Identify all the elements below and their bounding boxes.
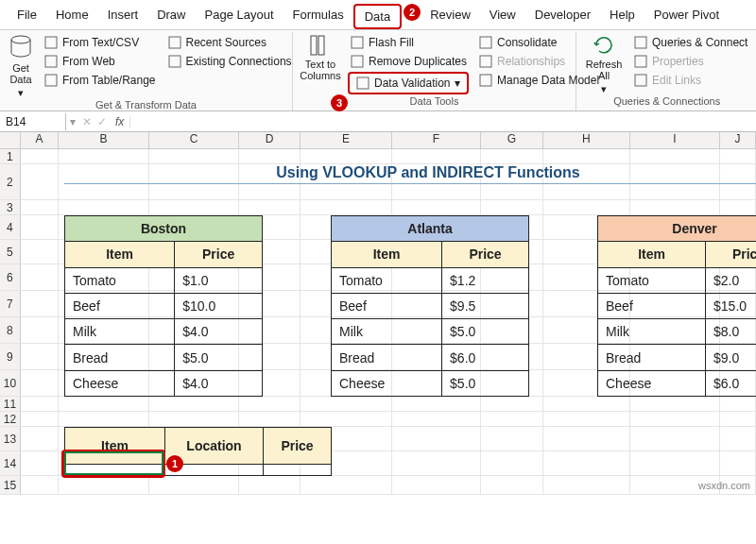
- row-header-10[interactable]: 10: [0, 370, 21, 397]
- consolidate-button-label: Consolidate: [497, 36, 557, 49]
- tab-power-pivot[interactable]: Power Pivot: [644, 4, 729, 29]
- tab-file[interactable]: File: [8, 4, 46, 29]
- select-all-corner[interactable]: [0, 132, 21, 148]
- column-header-H[interactable]: H: [543, 132, 631, 148]
- column-header-I[interactable]: I: [630, 132, 720, 148]
- recent-sources-button-icon: [167, 35, 182, 50]
- existing-connections-button[interactable]: Existing Connections: [165, 53, 294, 70]
- database-icon: [8, 34, 34, 60]
- tab-view[interactable]: View: [480, 4, 525, 29]
- edit-links-button[interactable]: Edit Links: [631, 72, 749, 89]
- svg-rect-2: [45, 56, 57, 67]
- svg-rect-8: [352, 37, 363, 48]
- spreadsheet-grid[interactable]: ABCDEFGHIJ 123456789101112131415 Using V…: [0, 132, 756, 495]
- data-validation-button[interactable]: Data Validation ▾: [348, 72, 469, 94]
- column-header-J[interactable]: J: [720, 132, 756, 148]
- svg-point-0: [11, 36, 30, 43]
- row-header-9[interactable]: 9: [0, 344, 21, 370]
- svg-rect-5: [169, 56, 180, 67]
- watermark: wsxdn.com: [698, 480, 750, 491]
- column-header-G[interactable]: G: [481, 132, 542, 148]
- svg-rect-11: [480, 37, 491, 48]
- get-data-button[interactable]: Get Data ▾: [8, 34, 34, 98]
- column-header-F[interactable]: F: [392, 132, 482, 148]
- from-web-button-icon: [43, 54, 59, 69]
- group-get-transform: Get Data ▾ From Text/CSVFrom WebFrom Tab…: [0, 32, 293, 110]
- relationships-button[interactable]: Relationships: [476, 53, 601, 70]
- row-header-1[interactable]: 1: [0, 149, 21, 164]
- flash-fill-button[interactable]: Flash Fill: [348, 34, 469, 51]
- from-table-range-button-label: From Table/Range: [62, 74, 156, 87]
- from-web-button[interactable]: From Web: [42, 53, 158, 70]
- tab-help[interactable]: Help: [600, 4, 644, 29]
- group-label-get-transform: Get & Transform Data: [8, 98, 284, 113]
- existing-connections-button-label: Existing Connections: [186, 55, 292, 68]
- tab-draw[interactable]: Draw: [147, 4, 195, 29]
- group-data-tools: Text to Columns Flash FillRemove Duplica…: [293, 32, 576, 110]
- enter-icon: ✓: [94, 115, 110, 128]
- row-header-2[interactable]: 2: [0, 164, 21, 200]
- row-header-5[interactable]: 5: [0, 240, 21, 264]
- properties-button[interactable]: Properties: [631, 53, 749, 70]
- tab-home[interactable]: Home: [46, 4, 98, 29]
- row-header-13[interactable]: 13: [0, 427, 21, 451]
- svg-rect-7: [318, 36, 324, 55]
- manage-data-model-button[interactable]: Manage Data Model: [476, 72, 601, 89]
- column-header-D[interactable]: D: [239, 132, 301, 148]
- row-header-15[interactable]: 15: [0, 476, 21, 495]
- text-to-columns-label: Text to Columns: [300, 59, 340, 81]
- svg-rect-4: [169, 37, 180, 48]
- row-header-14[interactable]: 14: [0, 451, 21, 476]
- recent-sources-button[interactable]: Recent Sources: [165, 34, 294, 51]
- from-table-range-button[interactable]: From Table/Range: [42, 72, 158, 89]
- columns-icon: [309, 34, 332, 57]
- text-to-columns-button[interactable]: Text to Columns: [301, 34, 340, 81]
- tab-formulas[interactable]: Formulas: [284, 4, 353, 29]
- ribbon: Get Data ▾ From Text/CSVFrom WebFrom Tab…: [0, 30, 756, 111]
- queries-connections-button[interactable]: Queries & Connect: [631, 34, 749, 51]
- tab-data[interactable]: Data: [353, 4, 402, 29]
- name-box-dropdown-icon[interactable]: ▾: [66, 115, 79, 128]
- flash-fill-button-label: Flash Fill: [369, 36, 414, 49]
- consolidate-button[interactable]: Consolidate: [476, 34, 601, 51]
- column-header-B[interactable]: B: [59, 132, 149, 148]
- svg-rect-12: [480, 56, 491, 67]
- existing-connections-button-icon: [167, 54, 182, 69]
- row-header-6[interactable]: 6: [0, 264, 21, 291]
- data-validation-button-label: Data Validation: [374, 76, 451, 90]
- callout-3: 3: [331, 94, 348, 111]
- row-header-8[interactable]: 8: [0, 317, 21, 344]
- edit-links-button-label: Edit Links: [652, 74, 701, 87]
- svg-rect-14: [635, 37, 646, 48]
- row-header-11[interactable]: 11: [0, 397, 21, 412]
- queries-connections-button-label: Queries & Connect: [652, 36, 747, 49]
- tab-review[interactable]: Review: [421, 4, 480, 29]
- row-header-3[interactable]: 3: [0, 200, 21, 215]
- manage-data-model-button-label: Manage Data Model: [497, 74, 599, 87]
- fx-icon[interactable]: fx: [110, 115, 130, 128]
- group-label-queries: Queries & Connections: [584, 94, 749, 110]
- from-text-csv-button[interactable]: From Text/CSV: [42, 34, 158, 51]
- remove-duplicates-button[interactable]: Remove Duplicates: [348, 53, 469, 70]
- tab-page-layout[interactable]: Page Layout: [196, 4, 284, 29]
- name-box[interactable]: B14: [0, 113, 66, 130]
- from-text-csv-button-label: From Text/CSV: [62, 36, 139, 49]
- row-header-7[interactable]: 7: [0, 291, 21, 317]
- svg-rect-15: [635, 56, 646, 67]
- row-header-4[interactable]: 4: [0, 215, 21, 240]
- properties-button-label: Properties: [652, 55, 704, 68]
- data-validation-button-icon: [355, 76, 370, 91]
- flash-fill-button-icon: [350, 35, 365, 50]
- row-header-12[interactable]: 12: [0, 412, 21, 427]
- formula-bar: B14 ▾ ✕ ✓ fx: [0, 111, 756, 132]
- tab-developer[interactable]: Developer: [525, 4, 600, 29]
- formula-input[interactable]: [130, 120, 756, 124]
- column-header-C[interactable]: C: [149, 132, 239, 148]
- from-web-button-label: From Web: [62, 55, 115, 68]
- column-header-A[interactable]: A: [21, 132, 59, 148]
- cancel-icon: ✕: [79, 115, 94, 128]
- svg-rect-9: [352, 56, 363, 67]
- tab-insert[interactable]: Insert: [98, 4, 148, 29]
- column-header-E[interactable]: E: [301, 132, 391, 148]
- manage-data-model-button-icon: [478, 73, 493, 88]
